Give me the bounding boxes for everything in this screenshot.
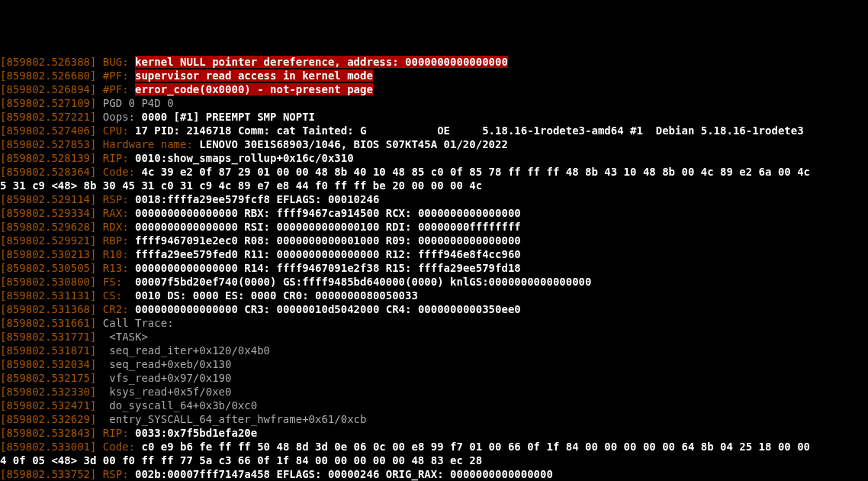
log-line: [859802.531871] seq_read_iter+0x120/0x4b… [0,344,868,357]
log-text: entry_SYSCALL_64_after_hwframe+0x61/0xcb [96,413,366,425]
timestamp: [859802.527109] [0,97,96,109]
timestamp: [859802.532629] [0,413,96,425]
log-value: 0000 [#1] PREEMPT SMP NOPTI [141,111,315,123]
log-line: [859802.526894] #PF: error_code(0x0000) … [0,82,868,96]
log-label: Oops: [96,111,141,123]
timestamp: [859802.529921] [0,234,96,247]
log-line: [859802.532629] entry_SYSCALL_64_after_h… [0,412,868,426]
timestamp: [859802.526894] [0,83,96,95]
log-label: RIP: [96,427,135,439]
log-label: RSP: [96,468,135,480]
log-line: [859802.533752] RSP: 002b:00007fff7147a4… [0,467,868,481]
log-value: ffff9467091e2ec0 R08: 0000000000001000 R… [135,234,521,247]
timestamp: [859802.532175] [0,372,96,384]
timestamp: [859802.527221] [0,111,96,123]
log-label: Code: [96,166,141,178]
critical-message: kernel NULL pointer dereference, address… [135,56,508,68]
timestamp: [859802.530505] [0,262,96,274]
log-line: [859802.529628] RDX: 0000000000000000 RS… [0,220,868,234]
timestamp: [859802.529334] [0,207,96,219]
log-line: [859802.528139] RIP: 0010:show_smaps_rol… [0,151,868,165]
timestamp: [859802.531871] [0,344,96,357]
timestamp: [859802.532034] [0,358,96,370]
log-label: R13: [96,262,135,274]
log-line: [859802.532034] seq_read+0xeb/0x130 [0,357,868,371]
log-line: [859802.530213] R10: ffffa29ee579fed0 R1… [0,247,868,261]
log-text: ksys_read+0x5f/0xe0 [96,386,231,398]
log-label: #PF: [96,83,135,95]
timestamp: [859802.531661] [0,317,96,329]
log-label: R10: [96,248,135,260]
timestamp: [859802.532330] [0,386,96,398]
log-line: [859802.532175] vfs_read+0x97/0x190 [0,371,868,385]
log-text: <TASK> [96,331,147,343]
critical-message: error_code(0x0000) - not-present page [135,83,373,95]
log-line: [859802.532330] ksys_read+0x5f/0xe0 [0,385,868,399]
log-line: [859802.531131] CS: 0010 DS: 0000 ES: 00… [0,289,868,302]
log-text: do_syscall_64+0x3b/0xc0 [96,399,257,412]
timestamp: [859802.533752] [0,468,96,480]
log-label: #PF: [96,69,135,82]
log-value: 0000000000000000 RBX: ffff9467ca914500 R… [135,207,521,219]
log-text: seq_read_iter+0x120/0x4b0 [96,344,270,357]
log-value: ffffa29ee579fed0 R11: 0000000000000000 R… [135,248,521,260]
log-value: 00007f5bd20ef740(0000) GS:ffff9485bd6400… [135,276,591,288]
log-line: [859802.526388] BUG: kernel NULL pointer… [0,55,868,69]
log-value: 0033:0x7f5bd1efa20e [135,427,257,439]
log-line-continuation: 5 31 c9 <48> 8b 30 45 31 c0 31 c9 4c 89 … [0,179,868,192]
log-line: [859802.526680] #PF: supervisor read acc… [0,69,868,82]
log-label: BUG: [96,56,135,68]
log-value: 0010 DS: 0000 ES: 0000 CR0: 000000008005… [135,289,418,302]
timestamp: [859802.531771] [0,331,96,343]
log-value: 0010:show_smaps_rollup+0x16c/0x310 [135,152,354,164]
timestamp: [859802.527406] [0,124,96,137]
log-label: Hardware name: [96,138,199,150]
log-value: 5 31 c9 <48> 8b 30 45 31 c0 31 c9 4c 89 … [0,179,482,192]
log-line: [859802.529334] RAX: 0000000000000000 RB… [0,206,868,220]
log-label: FS: [96,276,135,288]
timestamp: [859802.532471] [0,399,96,412]
log-line: [859802.530800] FS: 00007f5bd20ef740(000… [0,275,868,289]
log-line: [859802.532843] RIP: 0033:0x7f5bd1efa20e [0,426,868,440]
log-line: [859802.530505] R13: 0000000000000000 R1… [0,261,868,275]
timestamp: [859802.530800] [0,276,96,288]
log-text: PGD 0 P4D 0 [96,97,173,109]
log-line: [859802.529114] RSP: 0018:ffffa29ee579fc… [0,192,868,206]
critical-message: supervisor read access in kernel mode [135,69,373,82]
timestamp: [859802.529628] [0,221,96,233]
log-label: RIP: [96,152,135,164]
log-text: Call Trace: [96,317,173,329]
log-line: [859802.533001] Code: c0 e9 b6 fe ff ff … [0,440,868,454]
log-line: [859802.527109] PGD 0 P4D 0 [0,96,868,110]
log-label: RDX: [96,221,135,233]
log-value: LENOVO 30E1S68903/1046, BIOS S07KT45A 01… [199,138,508,150]
timestamp: [859802.526680] [0,69,96,82]
log-line: [859802.527853] Hardware name: LENOVO 30… [0,137,868,151]
log-text: vfs_read+0x97/0x190 [96,372,231,384]
kernel-log: [859802.526388] BUG: kernel NULL pointer… [0,55,868,481]
timestamp: [859802.528139] [0,152,96,164]
log-value: 17 PID: 2146718 Comm: cat Tainted: G OE … [135,124,804,137]
timestamp: [859802.526388] [0,56,96,68]
log-value: 4c 39 e2 0f 87 29 01 00 00 48 8b 40 10 4… [141,166,810,178]
log-line: [859802.527406] CPU: 17 PID: 2146718 Com… [0,124,868,137]
timestamp: [859802.531131] [0,289,96,302]
timestamp: [859802.532843] [0,427,96,439]
log-line: [859802.531368] CR2: 0000000000000000 CR… [0,302,868,316]
log-value: 4 0f 05 <48> 3d 00 f0 ff ff 77 5a c3 66 … [0,454,482,466]
log-label: CS: [96,289,135,302]
log-label: RSP: [96,193,135,205]
log-value: 0000000000000000 CR3: 00000010d5042000 C… [135,303,521,315]
timestamp: [859802.530213] [0,248,96,260]
log-label: CR2: [96,303,135,315]
timestamp: [859802.529114] [0,193,96,205]
log-value: 0000000000000000 RSI: 0000000000000100 R… [135,221,521,233]
log-line: [859802.531661] Call Trace: [0,316,868,330]
log-line: [859802.527221] Oops: 0000 [#1] PREEMPT … [0,110,868,124]
log-line-continuation: 4 0f 05 <48> 3d 00 f0 ff ff 77 5a c3 66 … [0,454,868,467]
log-line: [859802.532471] do_syscall_64+0x3b/0xc0 [0,399,868,412]
log-value: c0 e9 b6 fe ff ff 50 48 8d 3d 0e 06 0c 0… [141,441,810,453]
log-label: CPU: [96,124,135,137]
log-label: Code: [96,441,141,453]
timestamp: [859802.533001] [0,441,96,453]
